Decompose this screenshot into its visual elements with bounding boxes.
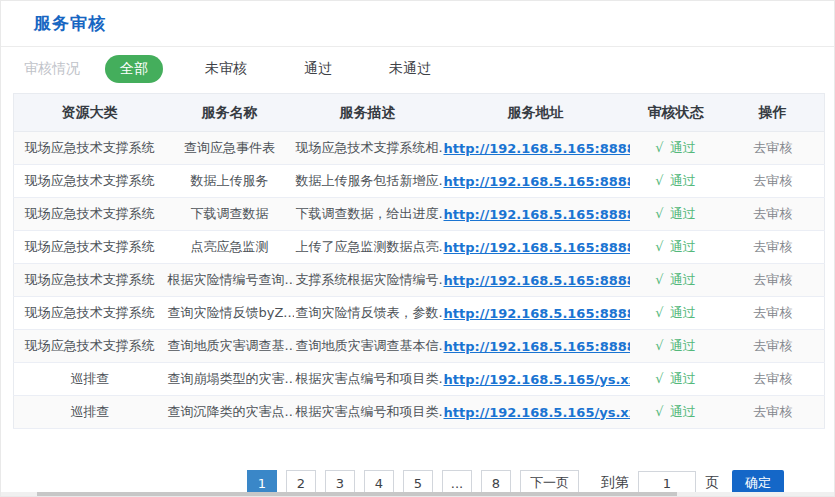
filter-tab[interactable]: 未通过 xyxy=(374,55,446,83)
cell-service-name: 数据上传服务 xyxy=(166,165,294,198)
column-header: 操作 xyxy=(722,94,825,132)
service-url-link[interactable]: http://192.168.5.165:8888/ys.yjz... xyxy=(444,240,630,255)
table-row: 现场应急技术支撑系统 查询灾险情反馈byZ... 查询灾险情反馈表，参数... … xyxy=(14,297,825,330)
cell-service-url: http://192.168.5.165:8888/ys.yjz... xyxy=(442,330,630,363)
cell-service-url: http://192.168.5.165/ys.xxfwfb/s... xyxy=(442,396,630,429)
column-header: 服务名称 xyxy=(166,94,294,132)
column-header: 服务地址 xyxy=(442,94,630,132)
cell-category: 现场应急技术支撑系统 xyxy=(14,165,166,198)
cell-description: 现场应急技术支撑系统相... xyxy=(294,132,442,165)
status-text: 通过 xyxy=(670,272,696,287)
cell-description: 支撑系统根据灾险情编号... xyxy=(294,264,442,297)
service-url-link[interactable]: http://192.168.5.165/ys.xxfwfb/s... xyxy=(444,372,630,387)
column-header: 服务描述 xyxy=(294,94,442,132)
filter-tabs: 全部 未审核 通过 未通过 xyxy=(80,55,446,83)
column-header: 审核状态 xyxy=(630,94,722,132)
audit-action-link[interactable]: 去审核 xyxy=(753,272,792,287)
cell-service-name: 查询崩塌类型的灾害... xyxy=(166,363,294,396)
service-url-link[interactable]: http://192.168.5.165:8888/ys.yjz... xyxy=(444,273,630,288)
check-icon: √ xyxy=(655,173,663,188)
audit-action-link[interactable]: 去审核 xyxy=(753,338,792,353)
audit-action-link[interactable]: 去审核 xyxy=(753,140,792,155)
cell-action: 去审核 xyxy=(722,363,825,396)
check-icon: √ xyxy=(655,206,663,221)
jump-prefix-label: 到第 xyxy=(601,474,629,492)
audit-action-link[interactable]: 去审核 xyxy=(753,173,792,188)
status-text: 通过 xyxy=(670,404,696,419)
cell-category: 巡排查 xyxy=(14,363,166,396)
filter-tab[interactable]: 通过 xyxy=(289,55,347,83)
service-table: 资源大类 服务名称 服务描述 服务地址 审核状态 操作 现场应急技术支撑系统 查… xyxy=(13,93,825,429)
audit-action-link[interactable]: 去审核 xyxy=(753,239,792,254)
filter-tab[interactable]: 未审核 xyxy=(190,55,262,83)
cell-service-url: http://192.168.5.165:8888/ys.yjz... xyxy=(442,231,630,264)
audit-action-link[interactable]: 去审核 xyxy=(753,206,792,221)
status-text: 通过 xyxy=(670,338,696,353)
cell-action: 去审核 xyxy=(722,132,825,165)
cell-description: 数据上传服务包括新增应... xyxy=(294,165,442,198)
cell-status: √通过 xyxy=(630,132,722,165)
cell-service-url: http://192.168.5.165/ys.xxfwfb/s... xyxy=(442,363,630,396)
service-url-link[interactable]: http://192.168.5.165:8888/ys.yjz... xyxy=(444,207,630,222)
page-title: 服务审核 xyxy=(34,12,106,35)
audit-action-link[interactable]: 去审核 xyxy=(753,404,792,419)
audit-action-link[interactable]: 去审核 xyxy=(753,305,792,320)
table-header-row: 资源大类 服务名称 服务描述 服务地址 审核状态 操作 xyxy=(14,94,825,132)
service-url-link[interactable]: http://192.168.5.165:8888/ys.yjz... xyxy=(444,339,630,354)
cell-category: 巡排查 xyxy=(14,396,166,429)
service-url-link[interactable]: http://192.168.5.165:8888/ys.yjz... xyxy=(444,306,630,321)
service-url-link[interactable]: http://192.168.5.165:8888/ys.yjz... xyxy=(444,174,630,189)
cell-category: 现场应急技术支撑系统 xyxy=(14,132,166,165)
cell-description: 查询地质灾害调查基本信... xyxy=(294,330,442,363)
table-row: 巡排查 查询崩塌类型的灾害... 根据灾害点编号和项目类... http://1… xyxy=(14,363,825,396)
cell-description: 下载调查数据，给出进度... xyxy=(294,198,442,231)
check-icon: √ xyxy=(655,140,663,155)
cell-action: 去审核 xyxy=(722,198,825,231)
cell-service-url: http://192.168.5.165:8888/ys.yjz... xyxy=(442,297,630,330)
cell-status: √通过 xyxy=(630,396,722,429)
check-icon: √ xyxy=(655,404,663,419)
cell-action: 去审核 xyxy=(722,297,825,330)
table-row: 现场应急技术支撑系统 查询地质灾害调查基... 查询地质灾害调查基本信... h… xyxy=(14,330,825,363)
table-row: 现场应急技术支撑系统 根据灾险情编号查询... 支撑系统根据灾险情编号... h… xyxy=(14,264,825,297)
cell-service-name: 查询地质灾害调查基... xyxy=(166,330,294,363)
filter-label: 审核情况 xyxy=(24,60,80,78)
cell-action: 去审核 xyxy=(722,264,825,297)
cell-status: √通过 xyxy=(630,165,722,198)
cell-service-name: 下载调查数据 xyxy=(166,198,294,231)
jump-suffix-label: 页 xyxy=(705,474,719,492)
cell-status: √通过 xyxy=(630,363,722,396)
check-icon: √ xyxy=(655,338,663,353)
cell-category: 现场应急技术支撑系统 xyxy=(14,231,166,264)
cell-category: 现场应急技术支撑系统 xyxy=(14,264,166,297)
status-text: 通过 xyxy=(670,140,696,155)
status-text: 通过 xyxy=(670,173,696,188)
cell-service-name: 查询灾险情反馈byZ... xyxy=(166,297,294,330)
filter-tab[interactable]: 全部 xyxy=(105,55,163,83)
cell-service-name: 根据灾险情编号查询... xyxy=(166,264,294,297)
cell-status: √通过 xyxy=(630,198,722,231)
status-text: 通过 xyxy=(670,206,696,221)
cell-description: 根据灾害点编号和项目类... xyxy=(294,396,442,429)
service-audit-panel: 服务审核 审核情况 全部 未审核 通过 未通过 资源大类 xyxy=(0,0,835,497)
cell-action: 去审核 xyxy=(722,165,825,198)
cell-service-url: http://192.168.5.165:8888/ys.yjz... xyxy=(442,198,630,231)
cell-status: √通过 xyxy=(630,264,722,297)
cell-action: 去审核 xyxy=(722,231,825,264)
check-icon: √ xyxy=(655,272,663,287)
service-url-link[interactable]: http://192.168.5.165:8888/ys.yjz... xyxy=(444,141,630,156)
horizontal-scrollbar-thumb[interactable] xyxy=(37,492,677,496)
cell-action: 去审核 xyxy=(722,396,825,429)
cell-service-url: http://192.168.5.165:8888/ys.yjz... xyxy=(442,165,630,198)
service-url-link[interactable]: http://192.168.5.165/ys.xxfwfb/s... xyxy=(444,405,630,420)
table-header: 资源大类 服务名称 服务描述 服务地址 审核状态 操作 xyxy=(14,94,825,132)
cell-category: 现场应急技术支撑系统 xyxy=(14,297,166,330)
audit-action-link[interactable]: 去审核 xyxy=(753,371,792,386)
filter-bar: 审核情况 全部 未审核 通过 未通过 xyxy=(1,47,834,91)
cell-service-url: http://192.168.5.165:8888/ys.yjz... xyxy=(442,264,630,297)
cell-description: 根据灾害点编号和项目类... xyxy=(294,363,442,396)
status-text: 通过 xyxy=(670,371,696,386)
table-body: 现场应急技术支撑系统 查询应急事件表 现场应急技术支撑系统相... http:/… xyxy=(14,132,825,429)
horizontal-scrollbar[interactable] xyxy=(1,492,834,496)
cell-status: √通过 xyxy=(630,231,722,264)
